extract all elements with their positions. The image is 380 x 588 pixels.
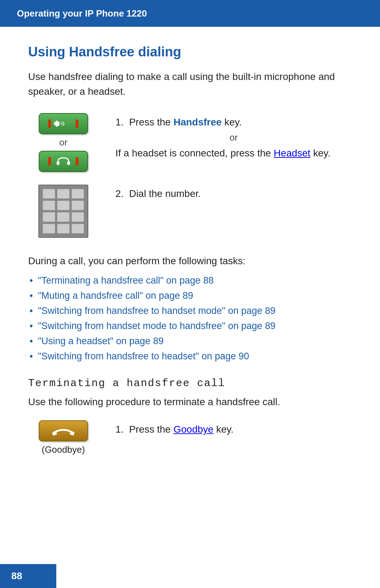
goodbye-button-image (39, 420, 88, 441)
key-0 (57, 224, 70, 234)
key-9 (71, 212, 84, 222)
step2-images (28, 185, 99, 238)
list-item: "Switching from handset mode to handsfre… (28, 321, 352, 332)
list-item: "Terminating a handsfree call" on page 8… (28, 275, 352, 286)
step1-text: 1. Press the Handsfree key. (115, 117, 352, 128)
svg-rect-6 (67, 161, 70, 165)
link-5[interactable]: "Using a headset" on page 89 (38, 336, 164, 346)
svg-rect-5 (57, 161, 59, 165)
link-list: "Terminating a handsfree call" on page 8… (28, 275, 352, 362)
or-text-center: or (115, 132, 352, 143)
key-2 (57, 189, 70, 199)
step1-sub: If a headset is connected, press the Hea… (115, 146, 352, 161)
header-label: Operating your IP Phone 1220 (17, 8, 147, 19)
key-star (43, 224, 55, 234)
handsfree-link[interactable]: Handsfree (173, 117, 222, 128)
list-item: "Muting a handsfree call" on page 89 (28, 290, 352, 301)
link-4[interactable]: "Switching from handset mode to handsfre… (38, 321, 276, 331)
key-1 (43, 189, 55, 199)
key-7 (43, 212, 55, 222)
list-item: "Switching from handsfree to headset" on… (28, 351, 352, 362)
step1-num: 1. Press the (115, 117, 173, 128)
list-item: "Switching from handsfree to handset mod… (28, 305, 352, 316)
goodbye-link[interactable]: Goodbye (173, 424, 214, 435)
svg-rect-4 (48, 157, 51, 166)
section-title: Using Handsfree dialing (28, 44, 352, 60)
key-4 (43, 200, 55, 210)
handsfree-button-image (39, 113, 88, 134)
step1-instructions: 1. Press the Handsfree key. or If a head… (115, 113, 352, 161)
key-hash (71, 224, 84, 234)
step1-key-word: key. (222, 117, 242, 128)
link-1[interactable]: "Terminating a handsfree call" on page 8… (38, 275, 214, 286)
key-6 (71, 200, 84, 210)
page-number: 88 (11, 570, 22, 581)
step2-instructions: 2. Dial the number. (115, 185, 352, 204)
svg-rect-7 (76, 157, 78, 166)
step2-text: 2. Dial the number. (115, 188, 352, 199)
key-3 (71, 189, 84, 199)
list-item: "Using a headset" on page 89 (28, 336, 352, 347)
link-6[interactable]: "Switching from handsfree to headset" on… (38, 351, 249, 361)
svg-rect-3 (76, 119, 78, 128)
key-5 (57, 200, 70, 210)
link-3[interactable]: "Switching from handsfree to handset mod… (38, 305, 276, 316)
intro-text: Use handsfree dialing to make a call usi… (28, 69, 352, 99)
subsection-title: Terminating a handsfree call (28, 377, 352, 389)
page-content: Using Handsfree dialing Use handsfree di… (0, 27, 380, 490)
during-text: During a call, you can perform the follo… (28, 255, 352, 267)
headset-button-image (39, 151, 88, 172)
header-bar: Operating your IP Phone 1220 (0, 0, 380, 27)
step1-area: or 1. Press the Handsfree key. or I (28, 113, 352, 172)
step1-images: or (28, 113, 99, 172)
goodbye-label: (Goodbye) (42, 444, 85, 455)
headset-link[interactable]: Headset (274, 148, 310, 159)
key-8 (57, 212, 70, 222)
goodbye-step-text: 1. Press the Goodbye key. (115, 420, 234, 435)
goodbye-image-wrap: (Goodbye) (28, 420, 99, 455)
or-label-between-buttons: or (59, 137, 67, 148)
page-footer: 88 (0, 564, 56, 588)
sub-intro: Use the following procedure to terminate… (28, 396, 352, 408)
svg-rect-2 (57, 122, 59, 126)
link-2[interactable]: "Muting a handsfree call" on page 89 (38, 290, 193, 301)
svg-marker-1 (54, 120, 57, 127)
keypad-image (38, 185, 88, 238)
goodbye-area: (Goodbye) 1. Press the Goodbye key. (28, 420, 352, 455)
svg-rect-0 (48, 119, 51, 128)
step2-area: 2. Dial the number. (28, 185, 352, 238)
